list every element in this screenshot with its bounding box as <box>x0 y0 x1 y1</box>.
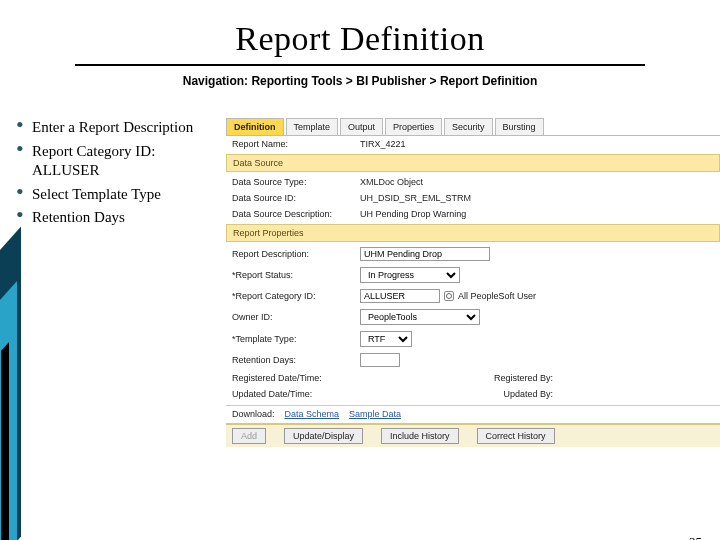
value-ds-type: XMLDoc Object <box>360 177 423 187</box>
input-retention[interactable] <box>360 353 400 367</box>
slide: Report Definition Navigation: Reporting … <box>0 20 720 540</box>
row-report-name: Report Name: TIRX_4221 <box>226 136 720 152</box>
bullet-item: Enter a Report Description <box>16 118 216 138</box>
page-title: Report Definition <box>0 20 720 58</box>
label-upd-dt: Updated Date/Time: <box>232 389 352 399</box>
label-report-cat: Report Category ID: <box>232 291 360 301</box>
row-report-status: Report Status: In Progress <box>226 264 720 286</box>
add-button[interactable]: Add <box>232 428 266 444</box>
download-row: Download: Data Schema Sample Data <box>226 405 720 419</box>
bullet-item: Report Category ID: ALLUSER <box>16 142 216 181</box>
label-reg-by: Registered By: <box>473 373 553 383</box>
include-history-button[interactable]: Include History <box>381 428 459 444</box>
row-updated: Updated Date/Time: Updated By: <box>226 386 720 402</box>
lookup-icon[interactable] <box>444 291 454 301</box>
value-report-name: TIRX_4221 <box>360 139 406 149</box>
tab-template[interactable]: Template <box>286 118 339 135</box>
form-screenshot: Definition Template Output Properties Se… <box>226 118 720 447</box>
row-template-type: Template Type: RTF <box>226 328 720 350</box>
label-ds-id: Data Source ID: <box>232 193 360 203</box>
tab-bar: Definition Template Output Properties Se… <box>226 118 720 136</box>
value-ds-desc: UH Pending Drop Warning <box>360 209 466 219</box>
update-display-button[interactable]: Update/Display <box>284 428 363 444</box>
row-retention: Retention Days: <box>226 350 720 370</box>
label-ds-type: Data Source Type: <box>232 177 360 187</box>
tab-security[interactable]: Security <box>444 118 493 135</box>
bullet-item: Select Template Type <box>16 185 216 205</box>
content-area: Enter a Report Description Report Catego… <box>0 118 720 447</box>
bullet-list: Enter a Report Description Report Catego… <box>16 118 226 447</box>
select-report-status[interactable]: In Progress <box>360 267 460 283</box>
label-report-name: Report Name: <box>232 139 360 149</box>
label-upd-by: Updated By: <box>473 389 553 399</box>
correct-history-button[interactable]: Correct History <box>477 428 555 444</box>
input-report-cat[interactable] <box>360 289 440 303</box>
footer-buttons: Add Update/Display Include History Corre… <box>226 423 720 447</box>
input-report-desc[interactable] <box>360 247 490 261</box>
breadcrumb: Navigation: Reporting Tools > BI Publish… <box>0 74 720 88</box>
row-registered: Registered Date/Time: Registered By: <box>226 370 720 386</box>
value-ds-id: UH_DSID_SR_EML_STRM <box>360 193 471 203</box>
tab-output[interactable]: Output <box>340 118 383 135</box>
label-retention: Retention Days: <box>232 355 360 365</box>
row-owner: Owner ID: PeopleTools <box>226 306 720 328</box>
label-report-status: Report Status: <box>232 270 360 280</box>
tab-definition[interactable]: Definition <box>226 118 284 135</box>
bullet-item: Retention Days <box>16 208 216 228</box>
value-report-cat-desc: All PeopleSoft User <box>458 291 536 301</box>
title-underline <box>75 64 645 66</box>
label-ds-desc: Data Source Description: <box>232 209 360 219</box>
label-report-desc: Report Description: <box>232 249 360 259</box>
link-data-schema[interactable]: Data Schema <box>285 409 340 419</box>
row-ds-desc: Data Source Description: UH Pending Drop… <box>226 206 720 222</box>
tab-bursting[interactable]: Bursting <box>495 118 544 135</box>
tab-properties[interactable]: Properties <box>385 118 442 135</box>
row-report-cat: Report Category ID: All PeopleSoft User <box>226 286 720 306</box>
select-template-type[interactable]: RTF <box>360 331 412 347</box>
label-reg-dt: Registered Date/Time: <box>232 373 352 383</box>
label-template-type: Template Type: <box>232 334 360 344</box>
page-number: 25 <box>689 534 702 540</box>
row-report-desc: Report Description: <box>226 244 720 264</box>
section-data-source: Data Source <box>226 154 720 172</box>
select-owner[interactable]: PeopleTools <box>360 309 480 325</box>
label-download: Download: <box>232 409 275 419</box>
link-sample-data[interactable]: Sample Data <box>349 409 401 419</box>
label-owner: Owner ID: <box>232 312 360 322</box>
row-ds-type: Data Source Type: XMLDoc Object <box>226 174 720 190</box>
section-report-properties: Report Properties <box>226 224 720 242</box>
row-ds-id: Data Source ID: UH_DSID_SR_EML_STRM <box>226 190 720 206</box>
